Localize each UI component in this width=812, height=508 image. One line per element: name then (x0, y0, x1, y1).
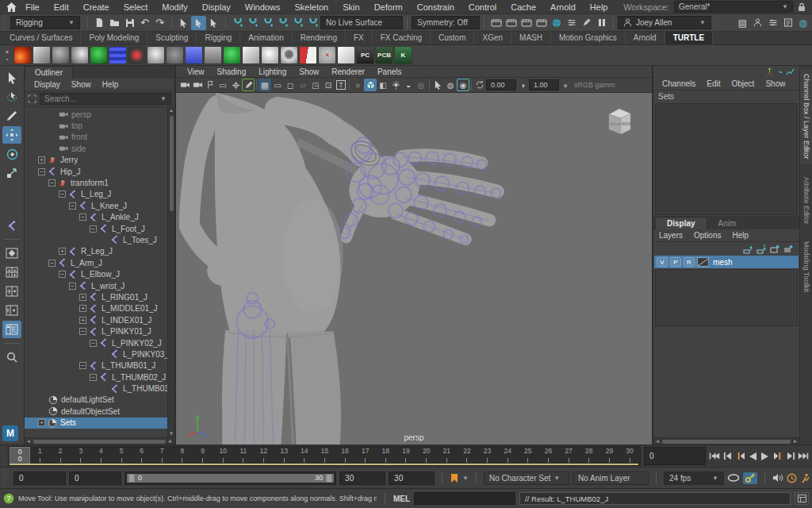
layer-list-area[interactable] (655, 269, 798, 326)
home-icon[interactable] (6, 2, 17, 12)
lasso-tool[interactable] (2, 88, 21, 106)
turtle-green-ball-icon[interactable] (90, 46, 108, 64)
shelf-tab-arnold[interactable]: Arnold (626, 31, 665, 44)
symmetry-field[interactable]: Symmetry: Off (412, 16, 480, 29)
range-grip[interactable] (2, 468, 8, 488)
turtle-room-blue-icon[interactable] (185, 46, 203, 64)
vp-region-button[interactable]: ◳ (309, 79, 322, 91)
expand-toggle[interactable]: + (59, 248, 66, 255)
create-layer-from-selected-button[interactable] (783, 244, 793, 254)
bookmark-flag-icon[interactable] (450, 473, 459, 483)
range-start-handle[interactable] (128, 474, 135, 483)
outliner-item-L_Foot_J[interactable]: −L_Foot_J (25, 223, 167, 234)
outliner-tab[interactable]: Outliner (25, 66, 174, 79)
channel-box-menu-edit[interactable]: Edit (701, 79, 726, 88)
turtle-sphere-dark-icon[interactable] (52, 46, 70, 64)
anim-layer-select[interactable]: No Anim Layer (573, 471, 649, 485)
viewport-menu-lighting[interactable]: Lighting (252, 67, 293, 76)
menu-skin[interactable]: Skin (335, 0, 366, 14)
outliner-item-L_wrist_J[interactable]: −L_wrist_J (25, 280, 167, 291)
vp-color-management-button[interactable]: ● (559, 79, 572, 91)
timeline-playhead[interactable]: 0 0 (10, 447, 30, 465)
layer-menu-options[interactable]: Options (688, 231, 726, 240)
vp-shaded-button[interactable] (364, 79, 377, 91)
vp-film-gate-button[interactable]: ▭ (271, 79, 284, 91)
turtle-env-green-icon[interactable] (223, 46, 241, 64)
menu-cache[interactable]: Cache (504, 0, 543, 14)
vp-xray-button[interactable]: ◍ (444, 79, 457, 91)
step-forward-button[interactable] (785, 451, 796, 462)
outliner-item-L_Toes_J[interactable]: L_Toes_J (25, 234, 167, 245)
snap-to-curve-button[interactable] (245, 16, 260, 30)
save-scene-button[interactable] (122, 16, 137, 30)
menu-control[interactable]: Control (462, 0, 504, 14)
timeline-frame-30[interactable]: 30 (619, 447, 640, 465)
next-key-button[interactable] (772, 451, 783, 462)
outliner-item-top[interactable]: top (25, 120, 167, 131)
render-current-frame-button[interactable] (504, 16, 519, 30)
menu-help[interactable]: Help (583, 0, 615, 14)
vp-contrast-button[interactable]: ◑ (516, 79, 529, 91)
pause-viewport-button[interactable] (594, 16, 609, 30)
hik-character-button[interactable] (750, 16, 765, 30)
move-layer-down-button[interactable] (756, 244, 766, 254)
layer-display-type-toggle[interactable]: R (684, 257, 695, 267)
menu-skeleton[interactable]: Skeleton (287, 0, 335, 14)
character-set-select[interactable]: No Character Set▼ (484, 471, 569, 485)
fps-select[interactable]: 24 fps▼ (664, 471, 724, 485)
turtle-gray-button-icon[interactable] (166, 46, 184, 64)
expand-toggle[interactable]: − (90, 225, 97, 233)
timeline-frame-11[interactable]: 11 (233, 447, 254, 465)
joint-tool[interactable] (2, 217, 21, 234)
outliner-menu-display[interactable]: Display (29, 80, 65, 89)
outliner-item-L_Knee_J[interactable]: −L_Knee_J (25, 200, 167, 211)
timeline-frame-21[interactable]: 21 (436, 447, 457, 465)
expand-toggle[interactable]: + (79, 317, 86, 324)
timeline-frame-18[interactable]: 18 (376, 447, 396, 465)
outliner-item-L_THUMB02_J[interactable]: −L_THUMB02_J (25, 371, 167, 383)
outliner-item-L_INDEX01_J[interactable]: +L_INDEX01_J (25, 314, 167, 325)
viewport-menu-show[interactable]: Show (293, 67, 325, 76)
ipr-render-button[interactable] (519, 16, 534, 30)
expand-toggle[interactable]: − (38, 168, 45, 175)
timeline-frame-9[interactable]: 9 (193, 447, 213, 465)
workspace-select[interactable]: General* ▼ (674, 1, 793, 13)
snap-to-projected-center-button[interactable] (275, 16, 290, 30)
range-end-handle[interactable] (326, 474, 332, 483)
layout-two-pane[interactable] (2, 283, 21, 300)
timeline-frame-4[interactable]: 4 (91, 447, 112, 465)
channel-box-hscrollbar[interactable]: ◄ ► (653, 437, 799, 444)
vp-2d-pan-zoom-button[interactable] (229, 79, 242, 91)
time-slider-grip[interactable] (0, 445, 6, 467)
display-layers-button[interactable]: ▤ (735, 16, 750, 30)
turtle-kwus-icon[interactable]: K (394, 46, 412, 64)
outliner-item-side[interactable]: side (25, 143, 167, 154)
timeline-frame-29[interactable]: 29 (599, 447, 620, 465)
expand-toggle[interactable]: + (79, 294, 86, 301)
turtle-shapes-white-icon[interactable] (242, 46, 260, 64)
range-slider[interactable]: 0 30 (124, 471, 336, 485)
timeline-frame-5[interactable]: 5 (111, 447, 132, 465)
turtle-sphere-red-icon[interactable] (299, 46, 317, 64)
snap-to-view-plane-button[interactable] (290, 16, 305, 30)
turtle-sphere-moon-icon[interactable] (71, 46, 89, 64)
gamma-field[interactable]: 1.00 (529, 79, 559, 90)
timeline-frame-3[interactable]: 3 (71, 447, 91, 465)
rotate-tool[interactable] (2, 145, 21, 163)
expand-toggle[interactable]: − (48, 260, 56, 267)
vp-textured-button[interactable]: ◧ (377, 79, 389, 91)
outliner-item-L_Elbow_J[interactable]: −L_Elbow_J (25, 268, 167, 279)
make-live-button[interactable] (305, 16, 320, 30)
undo-button[interactable]: ↶ (137, 16, 152, 30)
turtle-red-points-icon[interactable] (128, 46, 146, 64)
expand-toggle[interactable]: − (90, 374, 97, 381)
create-empty-layer-button[interactable] (770, 244, 779, 254)
shelf-tab-animation[interactable]: Animation (240, 31, 292, 44)
vp-safe-title-button[interactable]: T (335, 79, 347, 91)
help-icon[interactable]: ? (3, 493, 14, 504)
select-by-hierarchy-button[interactable] (176, 16, 191, 30)
menu-create[interactable]: Create (76, 0, 117, 14)
shelf-menu-button[interactable]: ▼▪ (2, 46, 13, 65)
layout-four-pane[interactable] (2, 264, 21, 281)
outliner-menu-help[interactable]: Help (98, 80, 124, 89)
